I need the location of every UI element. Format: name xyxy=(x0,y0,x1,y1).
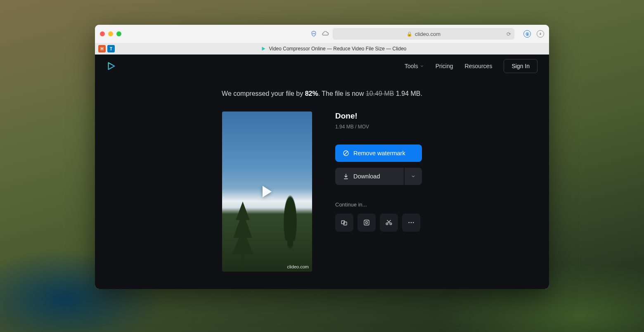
window-maximize-button[interactable] xyxy=(116,31,121,36)
svg-point-10 xyxy=(408,222,410,223)
svg-rect-7 xyxy=(366,222,368,224)
continue-cut-button[interactable] xyxy=(380,213,398,232)
lock-icon: 🔒 xyxy=(407,31,412,37)
watermark-text: clideo.com xyxy=(287,264,309,269)
favorites-strip: H T xyxy=(95,45,118,52)
top-nav: Tools Pricing Resources Sign In xyxy=(405,59,537,73)
no-symbol-icon xyxy=(343,150,349,157)
tab-bar: H T Video Compressor Online — Reduce Vid… xyxy=(95,43,549,55)
merge-icon xyxy=(341,219,348,226)
download-button-group: Download xyxy=(335,168,422,185)
download-button[interactable]: Download xyxy=(335,168,404,185)
tab-title-text: Video Compressor Online — Reduce Video F… xyxy=(269,46,406,52)
done-heading: Done! xyxy=(335,111,422,121)
play-icon[interactable] xyxy=(263,186,272,197)
old-filesize: 10.49 MB xyxy=(366,90,394,97)
chevron-down-icon xyxy=(411,174,416,179)
new-filesize: 1.94 MB. xyxy=(394,90,422,97)
icloud-icon[interactable] xyxy=(321,30,329,38)
browser-window: 🔒 clideo.com ⟳ ① H T Video Compressor On… xyxy=(95,25,549,289)
active-tab[interactable]: Video Compressor Online — Reduce Video F… xyxy=(118,46,549,52)
svg-line-3 xyxy=(344,152,348,155)
url-bar[interactable]: 🔒 clideo.com ⟳ xyxy=(333,28,514,40)
window-minimize-button[interactable] xyxy=(108,31,113,36)
sign-in-button[interactable]: Sign In xyxy=(504,59,537,73)
remove-watermark-button[interactable]: Remove watermark xyxy=(335,145,422,162)
cut-icon xyxy=(385,219,393,226)
url-host: clideo.com xyxy=(415,31,440,37)
reload-icon[interactable]: ⟳ xyxy=(507,31,511,37)
chevron-down-icon xyxy=(420,64,424,68)
compression-percent: 82% xyxy=(305,90,318,97)
traffic-lights xyxy=(100,31,121,36)
resize-icon xyxy=(363,219,370,226)
site-favicon-icon xyxy=(260,46,266,52)
continue-more-button[interactable] xyxy=(402,213,420,232)
downloads-icon[interactable] xyxy=(537,30,544,38)
app-content: Tools Pricing Resources Sign In We compr… xyxy=(95,55,549,289)
browser-titlebar: 🔒 clideo.com ⟳ ① xyxy=(95,25,549,43)
nav-pricing[interactable]: Pricing xyxy=(436,63,453,69)
window-close-button[interactable] xyxy=(100,31,105,36)
clideo-logo[interactable] xyxy=(107,62,116,71)
svg-point-0 xyxy=(313,33,313,34)
continue-resize-button[interactable] xyxy=(358,213,376,232)
svg-point-11 xyxy=(411,222,412,223)
more-icon xyxy=(407,219,415,226)
favorite-bookmark[interactable]: T xyxy=(107,45,115,52)
result-row: clideo.com Done! 1.94 MB / MOV Remove wa… xyxy=(95,111,549,272)
nav-resources[interactable]: Resources xyxy=(464,63,492,69)
download-icon xyxy=(343,173,349,180)
compression-summary: We compressed your file by 82%. The file… xyxy=(95,90,549,97)
continue-merge-button[interactable] xyxy=(335,213,353,232)
password-manager-icon[interactable]: ① xyxy=(523,30,531,38)
svg-rect-4 xyxy=(341,221,345,224)
svg-point-12 xyxy=(413,222,414,223)
continue-label: Continue in... xyxy=(335,202,422,208)
favorite-bookmark[interactable]: H xyxy=(98,45,106,52)
privacy-report-icon[interactable] xyxy=(310,30,318,38)
svg-rect-6 xyxy=(364,220,369,225)
file-meta: 1.94 MB / MOV xyxy=(335,124,422,130)
continue-actions xyxy=(335,213,422,232)
app-header: Tools Pricing Resources Sign In xyxy=(95,55,549,78)
nav-tools[interactable]: Tools xyxy=(405,63,424,69)
video-preview[interactable]: clideo.com xyxy=(222,111,312,272)
svg-rect-5 xyxy=(344,222,347,225)
svg-point-1 xyxy=(314,33,315,34)
download-options-button[interactable] xyxy=(405,168,422,185)
result-details: Done! 1.94 MB / MOV Remove watermark Dow… xyxy=(335,111,422,272)
